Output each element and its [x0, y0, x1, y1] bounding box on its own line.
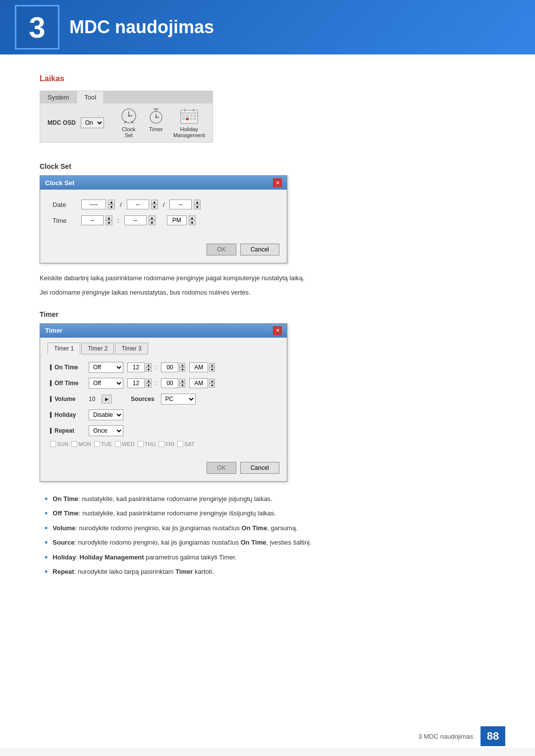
bullet-dot-1: • [45, 509, 48, 518]
off-time-min-down[interactable]: ▼ [179, 383, 185, 388]
date-up-2[interactable]: ▲ [151, 200, 158, 204]
clock-ok-button[interactable]: OK [207, 244, 236, 255]
holiday-select[interactable]: Disable Enable [89, 409, 123, 420]
off-time-ampm-down[interactable]: ▼ [209, 383, 215, 388]
off-time-select[interactable]: Off On [89, 378, 123, 389]
date-field-3[interactable] [169, 200, 192, 209]
time-up-1[interactable]: ▲ [106, 215, 112, 220]
bullet-text-2: Volume: nurodykite rodomo įrenginio, kai… [53, 523, 297, 533]
ampm-down[interactable]: ▼ [189, 220, 196, 225]
ampm-spin: ▲ ▼ [167, 215, 196, 225]
off-time-hour-down[interactable]: ▼ [146, 383, 152, 388]
on-time-ampm-up[interactable]: ▲ [209, 363, 215, 367]
clock-set-footer: OK Cancel [40, 241, 287, 263]
volume-arrow[interactable]: ► [102, 395, 112, 403]
day-wed-check[interactable] [115, 441, 121, 447]
on-time-select[interactable]: Off On [89, 362, 123, 373]
timer-tab-3[interactable]: Timer 3 [115, 343, 148, 354]
time-spin-1: ▲ ▼ [81, 215, 112, 225]
bullet-text-0: On Time: nustatykite, kad pasirinktame r… [53, 494, 272, 504]
holiday-row: Holiday Disable Enable [50, 409, 277, 420]
clock-set-label: ClockSet [122, 126, 136, 138]
day-fri-check[interactable] [159, 441, 164, 447]
on-time-hour-up[interactable]: ▲ [146, 363, 152, 367]
time-up-2[interactable]: ▲ [149, 215, 156, 220]
on-time-min-up[interactable]: ▲ [179, 363, 185, 367]
time-down-2[interactable]: ▼ [149, 220, 156, 225]
date-field-1[interactable] [81, 200, 106, 209]
off-time-hour[interactable] [127, 378, 145, 388]
timer-tab-2[interactable]: Timer 2 [81, 343, 114, 354]
svg-rect-13 [186, 118, 189, 120]
day-wed-label: WED [122, 441, 135, 447]
clock-set-icon-item[interactable]: ClockSet [119, 107, 139, 138]
off-time-row: Off Time Off On ▲ ▼ : ▲ [50, 378, 277, 389]
on-time-min-spin: ▲ ▼ [161, 362, 185, 372]
ampm-up[interactable]: ▲ [189, 215, 196, 220]
off-time-hour-up[interactable]: ▲ [146, 379, 152, 383]
on-time-hour-down[interactable]: ▼ [146, 367, 152, 372]
off-time-ampm-spin: ▲ ▼ [189, 378, 215, 388]
timer-tabs: Timer 1 Timer 2 Timer 3 [40, 338, 287, 354]
day-tue-check[interactable] [94, 441, 100, 447]
clock-set-close-button[interactable]: ✕ [273, 178, 282, 187]
day-sat: SAT [177, 441, 195, 447]
timer-icon-item[interactable]: Timer [146, 107, 166, 138]
date-down-3[interactable]: ▼ [194, 204, 201, 209]
sources-select[interactable]: PC HDMI [161, 394, 196, 404]
timer-label: Timer [149, 126, 163, 132]
off-time-min[interactable] [161, 378, 178, 388]
page-number: 88 [481, 726, 505, 746]
day-mon-check[interactable] [71, 441, 77, 447]
clock-cancel-button[interactable]: Cancel [240, 244, 279, 255]
day-sat-check[interactable] [177, 441, 183, 447]
day-mon: MON [71, 441, 91, 447]
time-spin-btns-2: ▲ ▼ [149, 215, 156, 225]
clock-desc-2: Jei rodomame įrenginyje laikas nenustaty… [40, 288, 495, 298]
tab-system[interactable]: System [40, 91, 77, 103]
on-time-min-down[interactable]: ▼ [179, 367, 185, 372]
date-spin-3: ▲ ▼ [169, 200, 201, 209]
off-time-min-up[interactable]: ▲ [179, 379, 185, 383]
timer-section-title: Timer [40, 310, 495, 318]
off-time-ampm-up[interactable]: ▲ [209, 379, 215, 383]
date-spin-btns-1: ▲ ▼ [108, 200, 115, 209]
day-fri-label: FRI [165, 441, 174, 447]
repeat-select[interactable]: Once Everyday Mon~Fri [89, 425, 123, 436]
timer-close-button[interactable]: ✕ [273, 326, 282, 335]
clock-set-titlebar: Clock Set ✕ [40, 176, 287, 190]
date-up-3[interactable]: ▲ [194, 200, 201, 204]
date-spin-btns-2: ▲ ▼ [151, 200, 158, 209]
on-time-hour-btns: ▲ ▼ [146, 363, 152, 372]
date-down-2[interactable]: ▼ [151, 204, 158, 209]
timer-dialog-title: Timer [45, 327, 62, 334]
on-time-hour[interactable] [127, 362, 145, 372]
date-down-1[interactable]: ▼ [108, 204, 115, 209]
on-time-ampm[interactable] [189, 362, 208, 372]
date-field-2[interactable] [127, 200, 149, 209]
time-down-1[interactable]: ▼ [106, 220, 112, 225]
holiday-icon-item[interactable]: HolidayManagement [173, 107, 205, 138]
off-time-ampm[interactable] [189, 378, 208, 388]
holiday-label: Holiday [50, 411, 85, 418]
timer-ok-button[interactable]: OK [207, 462, 236, 474]
date-up-1[interactable]: ▲ [108, 200, 115, 204]
day-thu-check[interactable] [138, 441, 144, 447]
ampm-spin-btns: ▲ ▼ [189, 215, 196, 225]
date-label: Date [53, 201, 77, 208]
repeat-label: Repeat [50, 427, 85, 434]
mdc-osd-select[interactable]: On Off [81, 117, 104, 128]
timer-tab-1[interactable]: Timer 1 [48, 343, 80, 354]
ampm-field[interactable] [167, 215, 187, 225]
bullet-text-1: Off Time: nustatykite, kad pasirinktame … [53, 508, 276, 518]
time-spin-2: ▲ ▼ [124, 215, 156, 225]
day-sun-check[interactable] [50, 441, 56, 447]
time-field-2[interactable] [124, 215, 147, 225]
day-sat-label: SAT [184, 441, 195, 447]
time-field-1[interactable] [81, 215, 104, 225]
off-time-min-btns: ▲ ▼ [179, 379, 185, 388]
timer-cancel-button[interactable]: Cancel [240, 462, 279, 474]
on-time-ampm-down[interactable]: ▼ [209, 367, 215, 372]
on-time-min[interactable] [161, 362, 178, 372]
tab-tool[interactable]: Tool [77, 91, 104, 103]
